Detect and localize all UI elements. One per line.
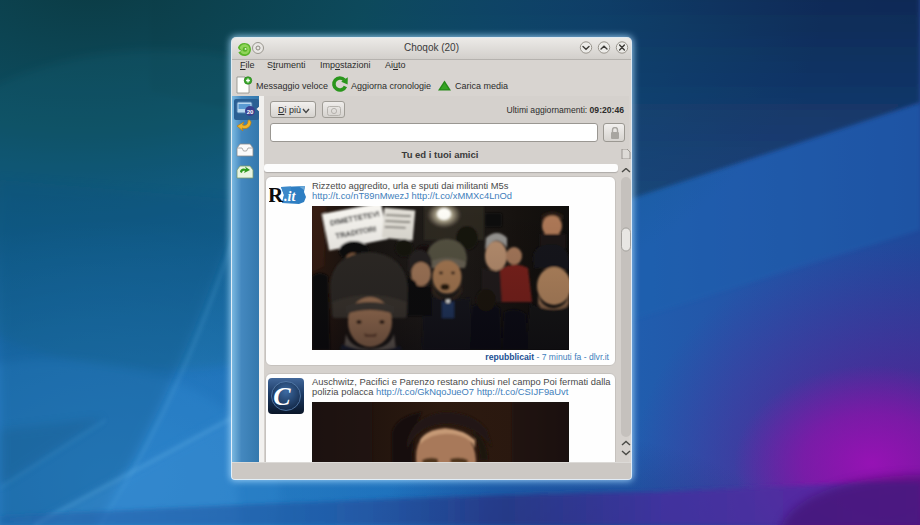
svg-text:C: C	[273, 382, 291, 411]
svg-text:20: 20	[247, 109, 254, 115]
svg-text:R: R	[269, 183, 284, 207]
svg-text:.it: .it	[284, 189, 296, 204]
